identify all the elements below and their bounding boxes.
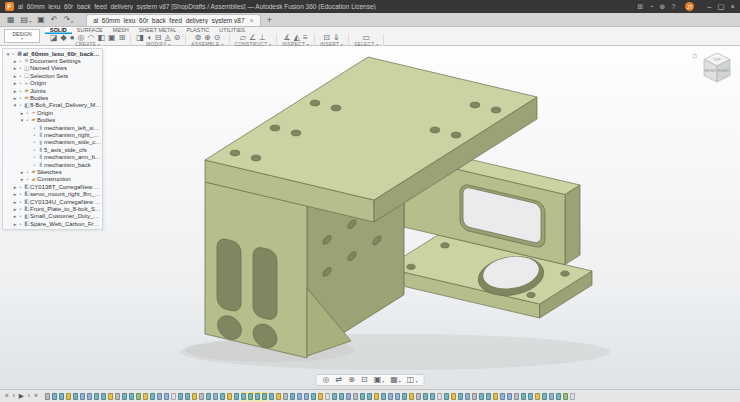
timeline-feature[interactable] [178,392,184,401]
browser-item[interactable]: ▸•◧Spare_Web_Carbon_Frame v7 [3,220,102,227]
extrude-icon[interactable]: ◆ [61,34,67,42]
viewport-canvas[interactable]: ▾•▣al_60mm_lexu_60r_back_feed_delivery_s… [0,46,740,389]
timeline-feature[interactable] [409,392,415,401]
timeline-feature[interactable] [563,392,569,401]
timeline-feature[interactable] [248,392,254,401]
browser-item[interactable]: ▸•▰Construction [3,176,102,183]
browser-item[interactable]: ▸•▰Sketches [3,168,102,175]
select-tool-icon[interactable]: ▭ [363,34,371,42]
timeline-feature[interactable] [423,392,429,401]
create-sketch-icon[interactable]: ◪ [50,34,58,42]
shell-icon[interactable]: ⊟ [155,34,162,42]
browser-item[interactable]: ▾•▰Bodies [3,117,102,124]
model-3d[interactable] [95,50,655,380]
timeline-feature[interactable] [80,392,86,401]
timeline-feature[interactable] [164,392,170,401]
pan-tool-icon[interactable]: ⇄ [336,376,343,384]
hole-icon[interactable]: ◧ [98,34,106,42]
timeline-feature[interactable] [451,392,457,401]
browser-item[interactable]: ▸•◧CY0138T_CorregaNew v156 [3,183,102,190]
tab-close-icon[interactable]: × [250,17,254,24]
fillet-icon[interactable]: ◖ [147,34,152,42]
timeline-feature[interactable] [332,392,338,401]
timeline-feature[interactable] [486,392,492,401]
timeline-feature[interactable] [493,392,499,401]
notifications-icon[interactable]: ⊛ [660,3,666,10]
browser-item[interactable]: ▸•◧CY0134U_CorregaNew v156 [3,198,102,205]
browser-item[interactable]: ▸•◧Small_Customer_Duty_Plate v1 [3,213,102,220]
extensions-icon[interactable]: ⊞ [637,3,643,10]
measure-icon[interactable]: ∡ [284,34,291,42]
browser-item[interactable]: ▸•◫Named Views [3,65,102,72]
timeline-feature[interactable] [304,392,310,401]
timeline-feature[interactable] [276,392,282,401]
timeline-feature[interactable] [402,392,408,401]
maximize-button[interactable]: ▢ [718,3,725,11]
construction-axis-icon[interactable]: ∠ [249,34,256,42]
timeline-feature[interactable] [192,392,198,401]
box-primitive-icon[interactable]: ▣ [108,34,116,42]
timeline-feature[interactable] [570,392,576,401]
browser-item[interactable]: •▮mechanism_arm_bridle_cfs [3,153,102,160]
timeline-feature[interactable] [367,392,373,401]
timeline-feature[interactable] [213,392,219,401]
timeline-feature[interactable] [115,392,121,401]
document-tab-active[interactable]: al_60mm_lexu_60r_back_feed_delivery_syst… [86,14,261,26]
timeline-feature[interactable] [353,392,359,401]
timeline-feature[interactable] [528,392,534,401]
timeline-feature[interactable] [318,392,324,401]
timeline-feature[interactable] [255,392,261,401]
play-button[interactable]: ▶ [17,393,26,400]
timeline-feature[interactable] [395,392,401,401]
timeline-feature[interactable] [556,392,562,401]
timeline-feature[interactable] [185,392,191,401]
timeline-feature[interactable] [542,392,548,401]
fit-view-icon[interactable]: ⊡ [361,376,368,384]
timeline-feature[interactable] [290,392,296,401]
timeline-feature[interactable] [108,392,114,401]
press-pull-icon[interactable]: ◨ [136,34,144,42]
timeline-feature[interactable] [45,392,51,401]
timeline-feature[interactable] [346,392,352,401]
timeline-feature[interactable] [444,392,450,401]
data-panel-toggle-icon[interactable]: ▦ [7,16,15,24]
combine-icon[interactable]: ◬ [164,34,170,42]
user-avatar[interactable]: JT [685,2,694,11]
timeline-feature[interactable] [220,392,226,401]
timeline-feature[interactable] [129,392,135,401]
split-body-icon[interactable]: ⊘ [174,34,181,42]
timeline-feature[interactable] [339,392,345,401]
timeline-feature[interactable] [549,392,555,401]
timeline-feature[interactable] [521,392,527,401]
go-to-end-button[interactable]: » [32,393,40,400]
browser-item[interactable]: •▮mechanism_side_conn_cfs [3,139,102,146]
browser-item[interactable]: ▾•◧8-Bolt_Final_Delivery_Mechanism v1 [3,102,102,109]
revolve-icon[interactable]: ● [70,34,75,42]
browser-item[interactable]: ▸•▰Bodies [3,94,102,101]
timeline-feature[interactable] [507,392,513,401]
pattern-icon[interactable]: ⊞ [119,34,126,42]
orbit-tool-icon[interactable]: ◎ [323,376,330,384]
display-analysis-icon[interactable]: ≡ [303,34,308,42]
timeline-feature[interactable] [283,392,289,401]
undo-button-icon[interactable]: ↶ [51,16,58,24]
timeline-feature[interactable] [122,392,128,401]
browser-item[interactable]: •▮mechanism_back [3,161,102,168]
timeline-feature[interactable] [101,392,107,401]
timeline-feature[interactable] [388,392,394,401]
viewports-icon[interactable]: ◫▾ [407,376,418,384]
grid-and-snaps-icon[interactable]: ▦▾ [390,376,401,384]
timeline-feature[interactable] [311,392,317,401]
new-component-icon[interactable]: ⊚ [194,34,201,42]
minimize-button[interactable]: – [707,3,711,11]
timeline-feature[interactable] [87,392,93,401]
timeline-feature[interactable] [437,392,443,401]
construction-plane-icon[interactable]: ▱ [240,34,246,42]
timeline-feature[interactable] [52,392,58,401]
browser-item[interactable]: ▸•◧Front_Plate_to_8-bolt_System v1 [3,205,102,212]
timeline-feature[interactable] [206,392,212,401]
close-button[interactable]: × [731,3,735,11]
browser-item[interactable]: ▸•≡Document Settings [3,57,102,64]
timeline-feature[interactable] [73,392,79,401]
joint-icon[interactable]: ⊕ [204,34,211,42]
